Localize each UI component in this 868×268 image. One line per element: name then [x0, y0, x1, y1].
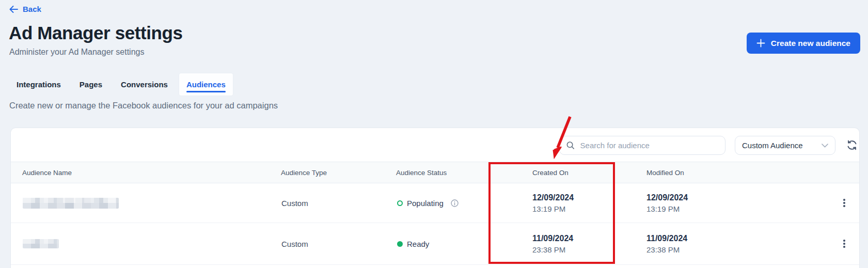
created-time: 23:38 PM: [532, 244, 614, 256]
tab-audiences[interactable]: Audiences: [179, 73, 233, 96]
tab-bar: Integrations Pages Conversions Audiences: [9, 73, 233, 96]
tab-pages[interactable]: Pages: [72, 73, 110, 96]
table-header-row: Audience Name Audience Type Audience Sta…: [11, 162, 859, 183]
refresh-icon: [846, 139, 858, 151]
audience-status-cell: Ready: [385, 240, 489, 248]
audience-name-cell: [11, 239, 270, 248]
search-icon: [566, 141, 575, 150]
page-title: Ad Manager settings: [9, 23, 183, 43]
redacted-audience-name: [23, 239, 59, 248]
modified-on-cell: 11/09/2024 23:38 PM: [614, 232, 829, 256]
modified-time: 23:38 PM: [646, 244, 829, 256]
ready-status-icon: [397, 241, 403, 247]
page-subtitle: Administer your Ad Manager settings: [9, 48, 144, 57]
created-on-cell: 12/09/2024 13:19 PM: [489, 192, 614, 215]
created-date: 12/09/2024: [532, 192, 614, 203]
created-date: 11/09/2024: [532, 232, 614, 244]
info-icon[interactable]: [451, 199, 459, 207]
modified-date: 11/09/2024: [646, 232, 829, 244]
audience-status-cell: Populating: [385, 199, 489, 208]
status-label: Ready: [407, 240, 429, 248]
audience-type-filter[interactable]: Custom Audience: [735, 136, 835, 155]
row-actions-menu-button[interactable]: [840, 196, 848, 210]
redacted-audience-name: [23, 198, 119, 209]
status-label: Populating: [407, 199, 444, 208]
column-header-audience-type: Audience Type: [270, 169, 385, 177]
table-toolbar: Custom Audience: [11, 128, 859, 162]
table-row: Custom Ready 11/09/2024 23:38 PM 11/09/2…: [11, 223, 859, 265]
created-time: 13:19 PM: [532, 203, 614, 215]
audience-name-cell: [11, 198, 270, 209]
row-actions-menu-button[interactable]: [840, 237, 848, 251]
plus-icon: [756, 39, 765, 48]
create-new-audience-button[interactable]: Create new audience: [747, 33, 860, 54]
column-header-audience-name: Audience Name: [11, 169, 270, 177]
tab-description: Create new or manage the Facebook audien…: [9, 101, 278, 111]
created-on-cell: 11/09/2024 23:38 PM: [489, 232, 614, 256]
column-header-audience-status: Audience Status: [385, 169, 489, 177]
search-input[interactable]: [579, 140, 718, 150]
modified-date: 12/09/2024: [646, 192, 829, 203]
create-button-label: Create new audience: [771, 39, 850, 48]
refresh-button[interactable]: [845, 139, 859, 152]
partial-next-row: [11, 265, 859, 268]
audiences-table-card: Custom Audience Audience Name Audience T…: [10, 128, 860, 268]
modified-on-cell: 12/09/2024 13:19 PM: [614, 192, 829, 215]
audience-type-cell: Custom: [270, 199, 385, 208]
column-header-created-on: Created On: [489, 169, 614, 177]
filter-selected-value: Custom Audience: [742, 141, 803, 150]
tab-conversions[interactable]: Conversions: [113, 73, 176, 96]
back-arrow-icon: [9, 6, 18, 13]
populating-status-icon: [397, 200, 403, 206]
tab-integrations[interactable]: Integrations: [9, 73, 69, 96]
search-box[interactable]: [559, 136, 725, 155]
back-label: Back: [23, 5, 41, 13]
chevron-down-icon: [822, 144, 828, 148]
audience-type-cell: Custom: [270, 240, 385, 248]
table-row: Custom Populating 12/09/2024 13:19 PM 12…: [11, 183, 859, 223]
column-header-modified-on: Modified On: [614, 169, 829, 177]
modified-time: 13:19 PM: [646, 203, 829, 215]
back-link[interactable]: Back: [9, 5, 41, 13]
